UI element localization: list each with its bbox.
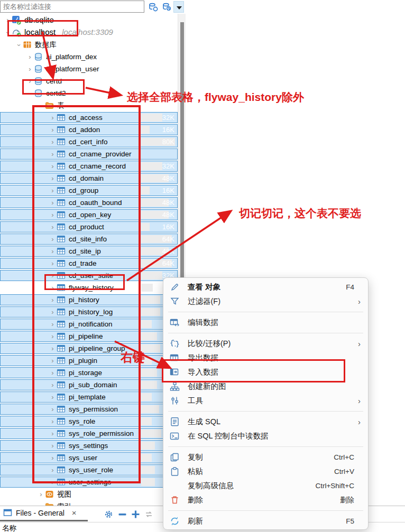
expander-icon[interactable]: › — [37, 501, 45, 506]
submenu-chevron-icon: › — [354, 396, 361, 405]
size-bar — [141, 296, 160, 304]
copy-icon — [170, 452, 180, 462]
gear-icon[interactable] — [104, 509, 114, 519]
menu-item[interactable]: 复制高级信息 Ctrl+Shift+C › — [163, 479, 368, 493]
menu-item-label: 复制 — [188, 452, 334, 462]
menu-item[interactable]: 编辑数据 › — [163, 315, 368, 330]
menu-item[interactable]: 刷新 F5 › — [163, 514, 368, 528]
size-bar — [141, 417, 152, 425]
tree-row[interactable]: ›ai_platform_dex — [0, 51, 178, 62]
menu-item[interactable]: 删除 删除 › — [163, 493, 368, 507]
menu-separator — [168, 510, 363, 511]
menu-item[interactable]: 在 SQL 控制台中读数据 › — [163, 429, 368, 443]
size-bar — [141, 466, 155, 474]
menu-item-shortcut: Ctrl+C — [334, 453, 354, 461]
menu-item-label: 比较/迁移(P) — [188, 339, 354, 349]
menu-item-shortcut: 删除 — [340, 496, 354, 505]
annotation-box-import-data — [162, 359, 345, 382]
pen-icon — [170, 282, 180, 292]
annotation-box-certd2 — [22, 79, 85, 95]
db-icon — [34, 64, 43, 73]
refresh-icon — [170, 516, 180, 526]
annotation-select-all-text: 选择全部表格，flyway_history除外 — [127, 90, 304, 105]
disconnect-db-icon[interactable] — [162, 2, 172, 12]
expander-icon[interactable]: › — [26, 52, 34, 62]
db-icon — [34, 52, 43, 61]
size-label: 48K — [141, 210, 176, 220]
expand-icon[interactable] — [131, 509, 141, 519]
menu-item-label: 复制高级信息 — [188, 481, 315, 491]
menu-item-label: 粘贴 — [188, 466, 334, 477]
close-icon[interactable]: × — [72, 508, 77, 517]
expander-icon[interactable]: › — [26, 64, 34, 74]
submenu-chevron-icon: › — [354, 297, 361, 306]
tree-row[interactable]: ›视图 — [0, 489, 178, 500]
context-menu: 查看 对象 F4 › 过滤器(F) › 编辑数据 › 比较/迁移(P) › 导出… — [163, 277, 369, 530]
annotation-warning-text: 切记切记，这个表不要选 — [239, 206, 361, 221]
tree-row[interactable]: ›索引 — [0, 501, 178, 506]
menu-item-label: 工具 — [188, 396, 354, 406]
size-bar — [141, 332, 157, 340]
menu-item-shortcut: F4 — [346, 283, 354, 291]
size-bar — [141, 430, 161, 437]
size-bar — [141, 381, 157, 389]
annotation-right-click-text: 右键 — [121, 349, 145, 366]
node-label: 数据库 — [35, 41, 57, 49]
submenu-chevron-icon: › — [354, 417, 361, 426]
expander-icon[interactable]: › — [14, 41, 24, 49]
menu-item-label: 查看 对象 — [188, 282, 346, 292]
expander-icon[interactable]: › — [37, 489, 45, 499]
size-bar — [141, 442, 155, 450]
size-bar — [141, 320, 152, 328]
menu-item-label: 在 SQL 控制台中读数据 — [188, 431, 354, 441]
size-label: 32K — [141, 161, 176, 171]
sql-icon — [170, 417, 180, 427]
connect-db-icon[interactable] — [148, 2, 159, 12]
menu-item[interactable]: 复制 Ctrl+C › — [163, 450, 368, 464]
node-label: ai_platform_dex — [46, 53, 97, 61]
tree-row[interactable]: ›数据库 — [0, 39, 178, 50]
size-bar — [141, 369, 157, 377]
name-column-header: 名称 — [2, 524, 16, 532]
size-label: 16K — [141, 125, 176, 135]
chevron-down-icon — [177, 6, 182, 10]
menu-item[interactable]: 比较/迁移(P) › — [163, 337, 368, 351]
menu-separator — [168, 411, 363, 412]
connection-filter-input[interactable] — [0, 1, 144, 13]
size-label: 48K — [141, 246, 176, 256]
trash-icon — [170, 495, 180, 505]
collapse-icon[interactable] — [117, 509, 127, 519]
tab-files-general[interactable]: Files - General × — [3, 508, 77, 517]
menu-item[interactable]: 过滤器(F) › — [163, 294, 368, 309]
compare-icon — [170, 339, 180, 349]
size-bar — [141, 393, 152, 401]
edit-data-icon — [170, 318, 180, 328]
submenu-chevron-icon: › — [354, 339, 361, 348]
node-label: ai_platform_user — [46, 65, 99, 73]
menu-item-label: 删除 — [188, 495, 340, 505]
menu-item[interactable]: 工具 › — [163, 394, 368, 408]
size-bar — [141, 405, 159, 413]
sync-icon[interactable] — [144, 509, 154, 519]
tools-icon — [170, 396, 180, 406]
toolbar-dropdown-button[interactable] — [173, 1, 184, 13]
annotation-box-table-list — [32, 105, 141, 483]
tree-row[interactable]: ›ai_platform_user — [0, 63, 178, 74]
size-label: 64K — [141, 234, 176, 244]
menu-item[interactable]: 生成 SQL › — [163, 415, 368, 429]
menu-item-label: 刷新 — [188, 516, 346, 526]
menu-item-label: 编辑数据 — [188, 318, 354, 328]
node-label: 视图 — [57, 490, 71, 498]
size-label: 16K — [141, 185, 176, 195]
view-icon — [45, 490, 54, 499]
tab-label: Files - General — [16, 509, 65, 517]
menu-item[interactable]: 粘贴 Ctrl+V › — [163, 464, 368, 479]
folder-icon — [45, 502, 54, 506]
window-icon — [3, 508, 12, 517]
annotation-box-flyway-history — [44, 274, 125, 290]
menu-item-shortcut: Ctrl+Shift+C — [315, 482, 354, 490]
menu-item-shortcut: F5 — [346, 517, 354, 525]
menu-item-label: 创建新的图 — [188, 381, 354, 391]
menu-item[interactable]: 查看 对象 F4 › — [163, 280, 368, 294]
menu-separator — [168, 312, 363, 312]
